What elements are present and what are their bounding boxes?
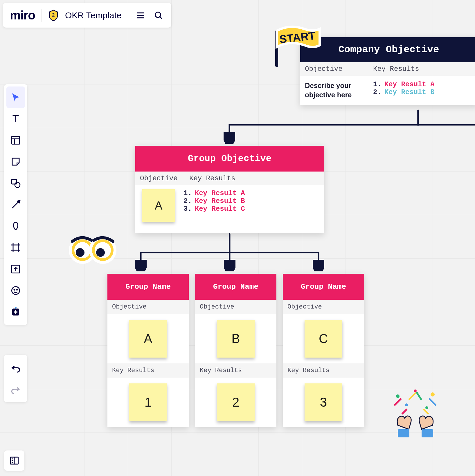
- objective-label: Objective: [283, 300, 364, 314]
- upload-tool[interactable]: [6, 258, 25, 280]
- company-objective-text[interactable]: Describe your objective here: [300, 76, 368, 105]
- svg-rect-17: [422, 429, 433, 437]
- key-results-label: Key Results: [283, 363, 364, 378]
- group-title: Group Name: [283, 274, 364, 300]
- company-objective-title: Company Objective: [300, 37, 475, 62]
- shape-tool[interactable]: [6, 172, 25, 194]
- company-key-results[interactable]: 1.Key Result A 2.Key Result B: [368, 76, 475, 105]
- svg-rect-24: [12, 136, 20, 144]
- select-tool[interactable]: [6, 86, 25, 108]
- group-objective-card[interactable]: Group Objective Objective Key Results A …: [135, 146, 324, 233]
- celebrate-sticker[interactable]: [389, 387, 441, 440]
- shield-badge-icon[interactable]: 2: [48, 10, 59, 21]
- svg-point-28: [15, 182, 20, 187]
- sticky-note[interactable]: A: [129, 320, 167, 358]
- svg-text:2: 2: [52, 12, 55, 17]
- comment-tool[interactable]: [6, 280, 25, 301]
- svg-point-15: [425, 406, 428, 409]
- key-results-column-label: Key Results: [185, 172, 324, 185]
- sticky-note-tool[interactable]: [6, 151, 25, 172]
- sticky-note[interactable]: C: [305, 320, 342, 358]
- sticky-note[interactable]: B: [217, 320, 255, 358]
- svg-point-12: [431, 392, 435, 396]
- frame-tool[interactable]: [6, 237, 25, 258]
- board-title[interactable]: OKR Template: [65, 10, 122, 20]
- group-card-3[interactable]: Group Name Objective C Key Results 3: [283, 274, 364, 427]
- svg-point-22: [155, 12, 160, 17]
- key-results-column-label: Key Results: [368, 62, 475, 76]
- group-objective-title: Group Objective: [135, 146, 324, 172]
- company-objective-card[interactable]: Company Objective Objective Key Results …: [300, 37, 475, 105]
- sticky-note[interactable]: A: [142, 189, 175, 222]
- key-results-label: Key Results: [107, 363, 189, 378]
- divider: [128, 9, 128, 22]
- eyes-sticker[interactable]: [66, 233, 119, 265]
- search-icon[interactable]: [153, 10, 164, 21]
- more-apps-tool[interactable]: [6, 301, 25, 323]
- key-results-label: Key Results: [195, 363, 276, 378]
- frames-panel-button[interactable]: [4, 450, 24, 471]
- group-card-1[interactable]: Group Name Objective A Key Results 1: [107, 274, 189, 427]
- canvas[interactable]: Company Objective Objective Key Results …: [0, 0, 475, 476]
- start-flag-sticker[interactable]: START: [270, 25, 325, 68]
- svg-point-10: [96, 248, 105, 257]
- svg-point-35: [14, 289, 15, 290]
- history-toolbar: [4, 355, 27, 402]
- svg-point-11: [396, 394, 400, 398]
- redo-button[interactable]: [6, 378, 25, 400]
- objective-label: Objective: [195, 300, 276, 314]
- top-bar: miro 2 OKR Template: [3, 3, 171, 28]
- svg-point-14: [405, 403, 408, 406]
- sticky-note[interactable]: 2: [217, 383, 255, 421]
- miro-logo[interactable]: miro: [10, 8, 35, 22]
- sticky-note[interactable]: 1: [129, 383, 167, 421]
- svg-line-23: [160, 17, 162, 19]
- undo-button[interactable]: [6, 357, 25, 378]
- arrow-tool[interactable]: [6, 194, 25, 215]
- svg-point-34: [12, 287, 20, 295]
- templates-tool[interactable]: [6, 129, 25, 151]
- svg-point-36: [17, 289, 17, 290]
- svg-point-9: [76, 248, 84, 257]
- main-toolbar: [4, 84, 27, 325]
- group-title: Group Name: [195, 274, 276, 300]
- svg-rect-16: [398, 429, 409, 437]
- menu-icon[interactable]: [135, 10, 146, 21]
- divider: [42, 9, 42, 22]
- group-card-2[interactable]: Group Name Objective B Key Results 2: [195, 274, 276, 427]
- svg-point-13: [414, 390, 417, 392]
- svg-point-40: [15, 307, 17, 309]
- objective-column-label: Objective: [135, 172, 185, 185]
- text-tool[interactable]: [6, 108, 25, 129]
- pen-tool[interactable]: [6, 215, 25, 237]
- group-key-results[interactable]: 1.Key Result A 2.Key Result B 3.Key Resu…: [183, 189, 245, 213]
- objective-label: Objective: [107, 300, 189, 314]
- group-title: Group Name: [107, 274, 189, 300]
- sticky-note[interactable]: 3: [305, 383, 342, 421]
